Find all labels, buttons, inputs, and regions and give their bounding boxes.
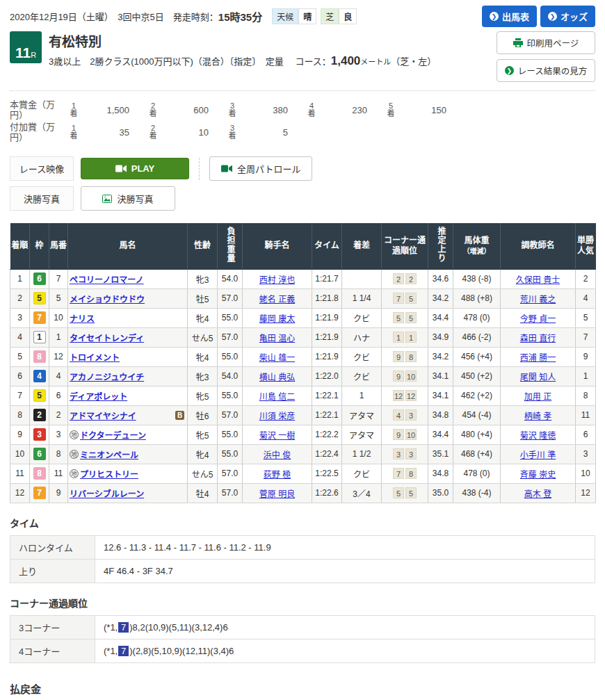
- place-label: 1着: [68, 102, 79, 117]
- trainer-link[interactable]: 荒川 義之: [520, 295, 556, 304]
- trainer-link[interactable]: 高木 登: [524, 489, 551, 499]
- finish-order-cell: 5: [10, 347, 30, 366]
- jockey-link[interactable]: 横山 典弘: [259, 373, 295, 382]
- result-guide-button[interactable]: ❯ レース結果の見方: [497, 59, 595, 82]
- jockey-link[interactable]: 亀田 温心: [259, 334, 295, 343]
- sex-age-cell: 牡4: [188, 483, 218, 503]
- col-carried-weight: 負担重量: [218, 223, 243, 269]
- patrol-video-button[interactable]: 全周パトロール: [209, 156, 312, 181]
- corner-section-title: コーナー通過順位: [10, 596, 595, 610]
- trainer-link[interactable]: 斉藤 崇史: [520, 470, 556, 480]
- corner3-row: 3コーナー (*1,7)8,2(10,9)(5,11)(3,12,4)6: [10, 615, 595, 639]
- finish-order-cell: 8: [10, 405, 30, 425]
- time-cell: 1:21.7: [312, 269, 342, 288]
- patrol-video-label: 全周パトロール: [237, 162, 300, 175]
- margin-cell: クビ: [342, 308, 382, 327]
- sex-age-cell: 牝4: [188, 444, 218, 464]
- last-3f-cell: 35.0: [428, 483, 453, 503]
- margin-cell: 1: [342, 386, 382, 405]
- horse-name-link[interactable]: タイセイトレンディ: [70, 332, 144, 343]
- popularity-cell: 11: [576, 405, 596, 425]
- horse-name-link[interactable]: ディアポレット: [70, 390, 127, 402]
- horse-name-cell: リバーシブルレーン: [68, 483, 188, 503]
- jockey-link[interactable]: 藤岡 康太: [259, 314, 295, 324]
- trainer-link[interactable]: 今野 貞一: [520, 314, 556, 324]
- jockey-link[interactable]: 川須 栄彦: [259, 412, 295, 421]
- prize-row: 付加賞（万円）1着352着103着5: [10, 122, 595, 143]
- jockey-link[interactable]: 菊沢 一樹: [259, 431, 295, 441]
- trainer-cell: 久保田 貴士: [501, 269, 576, 288]
- prize-row: 本賞金（万円）1着1,5002着6003着3804着2305着150: [10, 99, 595, 120]
- corner4-row: 4コーナー (*1,7)(2,8)(5,10,9)(12,11)(3,4)6: [10, 639, 595, 662]
- play-button[interactable]: PLAY: [81, 158, 189, 179]
- horse-name-link[interactable]: メイショウドウドウ: [70, 293, 145, 304]
- jockey-link[interactable]: 西村 淳也: [259, 275, 295, 285]
- finish-order-cell: 12: [10, 483, 30, 503]
- horse-name-link[interactable]: アカノニジュウイチ: [70, 371, 144, 382]
- video-camera-icon: [115, 165, 127, 172]
- last-up-label: 上り: [10, 559, 95, 583]
- jockey-cell: 西村 淳也: [243, 269, 312, 288]
- trainer-link[interactable]: 尾関 知人: [520, 373, 556, 382]
- carried-weight-cell: 57.0: [218, 405, 243, 425]
- result-row: 11811地プリヒストリーせん557.0荻野 極1:22.5クビ7834.847…: [10, 464, 596, 483]
- jockey-link[interactable]: 柴山 雄一: [259, 353, 295, 363]
- horse-name-link[interactable]: プリヒストリー: [80, 468, 138, 480]
- local-horse-icon: 地: [70, 450, 79, 459]
- print-page-button[interactable]: 印刷用ページ: [497, 31, 595, 54]
- shutsubahyo-button[interactable]: ❯ 出馬表: [482, 6, 537, 27]
- place-label: 3着: [227, 102, 238, 117]
- trainer-link[interactable]: 森田 直行: [520, 334, 556, 343]
- race-info: 11 R 有松特別 3歳以上 2勝クラス(1000万円以下)（混合）〔指定〕 定…: [10, 31, 436, 82]
- jockey-link[interactable]: 浜中 俊: [264, 450, 291, 460]
- jockey-link[interactable]: 荻野 極: [264, 470, 291, 480]
- popularity-cell: 1: [576, 366, 596, 386]
- col-trainer: 調教師名: [501, 223, 576, 269]
- horse-name-link[interactable]: ドクターデューン: [80, 429, 146, 441]
- corner-position: 3: [393, 448, 404, 459]
- horse-weight-cell: 478 (0): [453, 308, 501, 327]
- jockey-link[interactable]: 菅原 明良: [259, 489, 295, 499]
- place-label: 2着: [147, 124, 159, 140]
- jockey-link[interactable]: 川島 信二: [259, 392, 295, 402]
- jockey-link[interactable]: 蛯名 正義: [259, 295, 295, 304]
- trainer-link[interactable]: 菊沢 隆徳: [520, 431, 556, 441]
- horse-weight-cell: 488 (+8): [453, 288, 501, 308]
- horse-name-link[interactable]: リバーシブルレーン: [70, 487, 144, 499]
- trainer-cell: 菊沢 隆徳: [501, 425, 576, 444]
- last-3f-cell: 34.2: [428, 288, 453, 308]
- horse-weight-cell: 462 (+2): [453, 386, 501, 405]
- trainer-link[interactable]: 西浦 勝一: [520, 353, 556, 363]
- race-date: 2020年12月19日（土曜） 3回中京5日 発走時刻：: [10, 10, 218, 23]
- trainer-link[interactable]: 加用 正: [524, 392, 551, 402]
- prize-items: 1着352着103着5: [68, 124, 306, 140]
- horse-name-link[interactable]: アドマイヤシナイ: [70, 409, 136, 421]
- time-cell: 1:22.6: [312, 483, 342, 503]
- trainer-link[interactable]: 小手川 準: [520, 450, 556, 460]
- race-results-table: 着順 枠 馬番 馬名 性齢 負担重量 騎手名 タイム 着差 コーナー通過順位 推…: [10, 223, 596, 503]
- horse-name-link[interactable]: ミニオンペール: [80, 448, 138, 460]
- corner-position: 9: [393, 351, 404, 362]
- carried-weight-cell: 55.0: [218, 386, 243, 405]
- time-section-title: タイム: [10, 516, 595, 530]
- trainer-link[interactable]: 久保田 貴士: [516, 275, 560, 285]
- horse-name-link[interactable]: ペコリーノロマーノ: [70, 273, 144, 285]
- finish-order-cell: 9: [10, 425, 30, 444]
- horse-number-cell: 6: [49, 386, 68, 405]
- odds-button[interactable]: ❯ オッズ: [540, 6, 595, 27]
- sex-age-cell: 牡6: [188, 405, 218, 425]
- finish-order-cell: 3: [10, 308, 30, 327]
- horse-name-link[interactable]: トロイメント: [70, 351, 120, 363]
- highlighted-horse-number: 7: [118, 622, 129, 633]
- circle-arrow-icon: ❯: [505, 66, 514, 75]
- trainer-link[interactable]: 柄崎 孝: [524, 412, 551, 421]
- corner-position: 1: [405, 332, 417, 343]
- horse-name-link[interactable]: ナリス: [70, 312, 95, 324]
- corner-position: 5: [393, 312, 404, 323]
- col-horse-name: 馬名: [68, 223, 188, 269]
- result-row: 933地ドクターデューン牝555.0菊沢 一樹1:22.2アタマ91034.44…: [10, 425, 596, 444]
- top-bar: 2020年12月19日（土曜） 3回中京5日 発走時刻： 15時35分 天候 晴…: [10, 6, 595, 27]
- finish-order-cell: 1: [10, 269, 30, 288]
- frame-number-badge: 3: [33, 428, 46, 441]
- finish-photo-button[interactable]: 決勝写真: [81, 186, 175, 211]
